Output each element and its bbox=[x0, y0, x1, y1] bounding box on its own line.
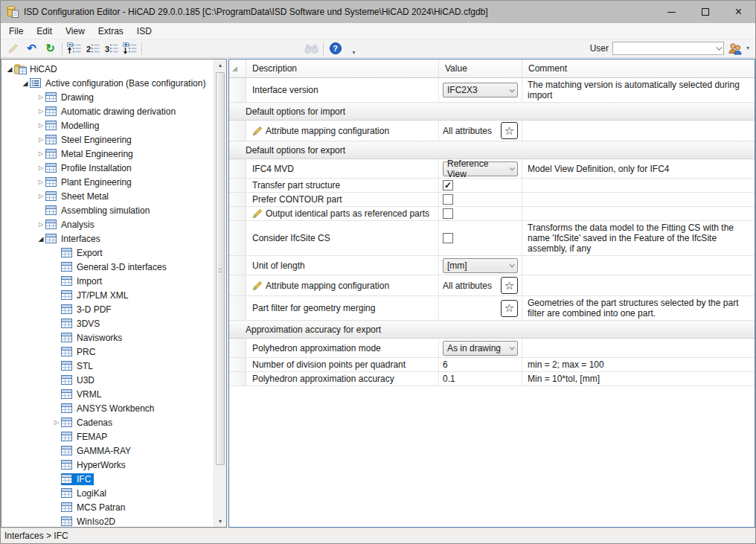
tree-collapsed-arrow-icon[interactable]: ▷ bbox=[52, 419, 61, 426]
scrollbar-up-icon[interactable]: ▲ bbox=[214, 60, 226, 71]
tree-item-vrml[interactable]: VRML bbox=[1, 387, 215, 401]
column-header-value[interactable]: Value bbox=[439, 60, 522, 77]
row-handle[interactable] bbox=[229, 159, 246, 178]
row-handle[interactable] bbox=[229, 372, 246, 385]
tree-vertical-scrollbar[interactable]: ▲ ▼ bbox=[214, 60, 226, 527]
tree-item-drawing[interactable]: ▷Drawing bbox=[1, 90, 215, 104]
help-icon[interactable]: ? bbox=[326, 40, 345, 57]
users-icon[interactable] bbox=[728, 42, 743, 55]
tree-collapsed-arrow-icon[interactable]: ▷ bbox=[36, 136, 45, 143]
menu-extras[interactable]: Extras bbox=[92, 24, 130, 39]
tree-item-3dvs[interactable]: 3DVS bbox=[1, 316, 215, 330]
tree-item-metal-engineering[interactable]: ▷Metal Engineering bbox=[1, 147, 215, 161]
value-dropdown[interactable]: IFC2X3 bbox=[443, 83, 518, 97]
row-handle[interactable] bbox=[229, 207, 246, 220]
favorites-star-button[interactable]: ☆ bbox=[501, 122, 518, 139]
maximize-button[interactable] bbox=[688, 1, 722, 23]
column-header-description[interactable]: Description bbox=[246, 60, 439, 77]
tree-collapsed-arrow-icon[interactable]: ▷ bbox=[36, 164, 45, 171]
tree-item-3-d-pdf[interactable]: 3-D PDF bbox=[1, 302, 215, 316]
tree-item-femap[interactable]: FEMAP bbox=[1, 429, 215, 444]
tree-collapsed-arrow-icon[interactable]: ▷ bbox=[36, 150, 45, 157]
tree-item-modelling[interactable]: ▷Modelling bbox=[1, 118, 215, 132]
favorites-star-button[interactable]: ☆ bbox=[501, 300, 518, 317]
tree-expand-all-icon[interactable] bbox=[121, 40, 139, 57]
tree-item-export[interactable]: Export bbox=[1, 246, 215, 260]
tree-item-winiso2d[interactable]: WinIso2D bbox=[1, 514, 215, 527]
row-handle[interactable] bbox=[229, 358, 246, 371]
value-dropdown[interactable]: As in drawing bbox=[443, 341, 518, 356]
row-handle[interactable] bbox=[229, 78, 246, 102]
tree-collapse-all-icon[interactable] bbox=[65, 40, 83, 57]
tree-item-cadenas[interactable]: ▷Cadenas bbox=[1, 415, 215, 429]
value-checkbox[interactable] bbox=[443, 194, 453, 205]
tree-item-steel-engineering[interactable]: ▷Steel Engineering bbox=[1, 132, 215, 147]
tree-item-active-configuration-base-configuration[interactable]: ◢Active configuration (Base configuratio… bbox=[1, 76, 215, 90]
value-dropdown[interactable]: [mm] bbox=[443, 258, 518, 273]
tree-item-logikal[interactable]: LogiKal bbox=[1, 486, 215, 500]
tree-item-plant-engineering[interactable]: ▷Plant Engineering bbox=[1, 175, 215, 189]
menu-edit[interactable]: Edit bbox=[30, 24, 59, 39]
tree-item-assembling-simulation[interactable]: Assembling simulation bbox=[1, 203, 215, 217]
tree-node: Sheet Metal bbox=[45, 191, 111, 202]
tree-item-jt-plm-xml[interactable]: JT/PLM XML bbox=[1, 288, 215, 302]
tree-item-ifc[interactable]: IFC bbox=[1, 472, 215, 486]
toolbar-overflow-icon[interactable]: ▾ bbox=[345, 40, 363, 57]
row-handle[interactable] bbox=[229, 296, 246, 320]
tree-expanded-arrow-icon[interactable]: ◢ bbox=[21, 80, 30, 87]
value-checkbox[interactable] bbox=[443, 208, 453, 219]
user-toolbar-overflow-icon[interactable]: ▾ bbox=[746, 45, 749, 51]
tree-expanded-arrow-icon[interactable]: ◢ bbox=[5, 65, 14, 73]
column-header-comment[interactable]: Comment bbox=[522, 60, 755, 77]
minimize-button[interactable] bbox=[655, 1, 688, 23]
scrollbar-down-icon[interactable]: ▼ bbox=[214, 516, 226, 527]
tree-collapsed-arrow-icon[interactable]: ▷ bbox=[36, 221, 45, 228]
row-handle[interactable] bbox=[229, 339, 246, 357]
tree-item-mcs-patran[interactable]: MCS Patran bbox=[1, 500, 215, 514]
tree-item-sheet-metal[interactable]: ▷Sheet Metal bbox=[1, 189, 215, 203]
value-checkbox[interactable] bbox=[443, 233, 453, 243]
tree-expand-level-3-icon[interactable]: 3 bbox=[102, 40, 121, 57]
tree-item-import[interactable]: Import bbox=[1, 274, 215, 288]
tree-item-navisworks[interactable]: Navisworks bbox=[1, 330, 215, 345]
tree-item-u3d[interactable]: U3D bbox=[1, 373, 215, 387]
tree-collapsed-arrow-icon[interactable]: ▷ bbox=[36, 108, 45, 115]
row-handle[interactable] bbox=[229, 221, 246, 255]
row-handle[interactable] bbox=[229, 193, 246, 206]
favorites-star-button[interactable]: ☆ bbox=[501, 277, 518, 294]
tree-item-stl[interactable]: STL bbox=[1, 359, 215, 373]
undo-icon[interactable]: ↶ bbox=[22, 40, 41, 57]
tree-item-general-3-d-interfaces[interactable]: General 3-D interfaces bbox=[1, 260, 215, 274]
value-dropdown[interactable]: Reference View bbox=[443, 161, 518, 176]
tree-item-prc[interactable]: PRC bbox=[1, 345, 215, 359]
tree-item-label: Import bbox=[77, 275, 104, 287]
value-checkbox[interactable]: ✓ bbox=[443, 180, 453, 191]
menu-view[interactable]: View bbox=[59, 24, 92, 39]
row-handle[interactable] bbox=[229, 121, 246, 141]
tree-item-analysis[interactable]: ▷Analysis bbox=[1, 217, 215, 231]
tree-item-ansys-workbench[interactable]: ANSYS Workbench bbox=[1, 401, 215, 415]
tree-item-hicad[interactable]: ◢HiCAD bbox=[1, 62, 215, 76]
row-handle[interactable] bbox=[229, 179, 246, 192]
tree-item-profile-installation[interactable]: ▷Profile Installation bbox=[1, 161, 215, 175]
user-combobox[interactable] bbox=[612, 42, 724, 55]
select-all-triangle-icon[interactable]: ◢ bbox=[232, 65, 237, 72]
close-button[interactable]: × bbox=[722, 1, 755, 23]
tree-item-label: Plant Engineering bbox=[61, 176, 134, 188]
tree-collapsed-arrow-icon[interactable]: ▷ bbox=[36, 94, 45, 100]
tree-collapsed-arrow-icon[interactable]: ▷ bbox=[36, 193, 45, 199]
row-handle[interactable] bbox=[229, 256, 246, 275]
menu-isd[interactable]: ISD bbox=[130, 24, 158, 39]
tree-scrollbar-thumb[interactable] bbox=[216, 72, 225, 465]
tree-collapsed-arrow-icon[interactable]: ▷ bbox=[36, 179, 45, 185]
refresh-icon[interactable]: ↻ bbox=[41, 40, 60, 57]
row-handle[interactable] bbox=[229, 275, 246, 295]
tree-item-interfaces[interactable]: ◢Interfaces bbox=[1, 231, 215, 246]
tree-collapsed-arrow-icon[interactable]: ▷ bbox=[36, 122, 45, 129]
tree-expand-level-2-icon[interactable]: 2 bbox=[83, 40, 102, 57]
tree-item-automatic-drawing-derivation[interactable]: ▷Automatic drawing derivation bbox=[1, 104, 215, 118]
tree-expanded-arrow-icon[interactable]: ◢ bbox=[36, 235, 45, 243]
tree-item-gamma-ray[interactable]: GAMMA-RAY bbox=[1, 444, 215, 458]
tree-item-hyperworks[interactable]: HyperWorks bbox=[1, 458, 215, 472]
menu-file[interactable]: File bbox=[2, 24, 30, 39]
